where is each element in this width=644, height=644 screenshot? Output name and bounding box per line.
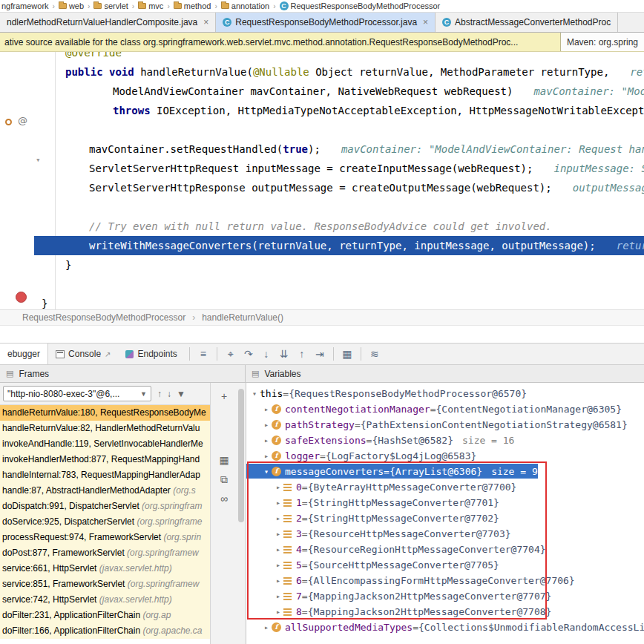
variable-row[interactable]: ▸4 = {ResourceRegionHttpMessageConverter…: [246, 541, 644, 556]
breadcrumb-item[interactable]: ngframework: [1, 1, 49, 10]
override-marker-icon[interactable]: [5, 119, 12, 125]
expander-icon[interactable]: ▸: [273, 526, 283, 541]
tab-label: RequestResponseBodyMethodProcessor.java: [235, 17, 417, 27]
breakpoint-execution-icon[interactable]: [16, 292, 27, 303]
frame-row[interactable]: invokeHandlerMethod:877, RequestMappingH…: [0, 452, 210, 467]
expander-icon[interactable]: ▸: [273, 510, 283, 525]
previous-frame-icon[interactable]: ↑: [157, 389, 162, 399]
layout-settings-icon[interactable]: ≋: [366, 348, 384, 360]
expander-icon[interactable]: ▸: [273, 588, 283, 603]
variable-row[interactable]: ▸fcontentNegotiationManager = {ContentNe…: [246, 401, 644, 416]
breadcrumb-item[interactable]: method: [174, 1, 211, 10]
frame-row[interactable]: service:661, HttpServlet (javax.servlet.…: [0, 561, 210, 576]
breadcrumb-method[interactable]: handleReturnValue(): [202, 312, 283, 323]
tab-close-icon[interactable]: ×: [203, 17, 208, 27]
frame-row[interactable]: handleReturnValue:180, RequestResponseBo…: [0, 405, 210, 421]
expander-icon[interactable]: ▸: [261, 620, 272, 634]
variable-row-content: ▸fallSupportedMediaTypes = {Collections$…: [246, 620, 644, 634]
frame-row[interactable]: doDispatch:991, DispatcherServlet (org.s…: [0, 499, 210, 514]
show-execution-point-icon[interactable]: ⌖: [222, 348, 240, 361]
thread-dropdown[interactable]: "http-nio-8080-exec-3"@6,... ▼: [3, 386, 151, 401]
evaluate-icon[interactable]: ∞: [211, 493, 237, 505]
frame-row[interactable]: doFilter:166, ApplicationFilterChain (or…: [0, 623, 210, 639]
variable-row[interactable]: ▾fmessageConverters = {ArrayList@6306}si…: [246, 463, 644, 479]
run-to-cursor-icon[interactable]: ⇥: [311, 348, 329, 360]
frame-row[interactable]: handleReturnValue:82, HandlerMethodRetur…: [0, 421, 210, 436]
hide-library-frames-icon[interactable]: ▼: [177, 389, 185, 399]
variable-row[interactable]: ▾this = {RequestResponseBodyMethodProces…: [246, 385, 644, 401]
variable-row[interactable]: ▸fallSupportedMediaTypes = {Collections$…: [246, 619, 644, 634]
frame-row[interactable]: service:742, HttpServlet (javax.servlet.…: [0, 592, 210, 608]
equals-sign: =: [355, 417, 361, 432]
expander-icon[interactable]: ▸: [273, 573, 283, 588]
editor-tab[interactable]: CAbstractMessageConverterMethodProc: [436, 13, 618, 32]
equals-sign: =: [302, 495, 308, 510]
frame-row[interactable]: doFilter:231, ApplicationFilterChain (or…: [0, 608, 210, 623]
breadcrumb-item[interactable]: web: [59, 1, 84, 10]
tab-endpoints[interactable]: Endpoints: [118, 344, 184, 364]
variable-row[interactable]: ▸5 = {SourceHttpMessageConverter@7705}: [246, 556, 644, 572]
variable-row[interactable]: ▸fpathStrategy = {PathExtensionContentNe…: [246, 416, 644, 432]
breadcrumb-label: ngframework: [1, 1, 49, 10]
frames-scrollbar[interactable]: [237, 383, 246, 644]
open-in-new-window-icon[interactable]: ↗: [105, 350, 111, 358]
breadcrumb-item[interactable]: annotation: [221, 1, 269, 10]
code-segment: public: [65, 66, 103, 78]
expander-icon[interactable]: ▾: [261, 464, 272, 479]
variable-row[interactable]: ▸6 = {AllEncompassingFormHttpMessageConv…: [246, 572, 644, 588]
breadcrumb-item[interactable]: CRequestResponseBodyMethodProcessor: [280, 1, 441, 10]
breadcrumb-class[interactable]: RequestResponseBodyMethodProcessor: [22, 312, 185, 323]
expander-icon[interactable]: ▸: [273, 542, 283, 556]
breadcrumb-item[interactable]: mvc: [138, 1, 163, 10]
expander-icon[interactable]: ▸: [273, 557, 283, 572]
frame-row[interactable]: doPost:877, FrameworkServlet (org.spring…: [0, 545, 210, 561]
expander-icon[interactable]: ▸: [261, 433, 272, 447]
variable-row[interactable]: ▸1 = {StringHttpMessageConverter@7701}: [246, 494, 644, 510]
tab-console[interactable]: Console ↗: [48, 344, 118, 364]
menu-icon[interactable]: ≡: [194, 348, 212, 360]
variable-row[interactable]: ▸7 = {MappingJackson2HttpMessageConverte…: [246, 588, 644, 603]
restore-layout-icon[interactable]: ▦: [211, 454, 237, 466]
step-into-icon[interactable]: ↓: [257, 348, 275, 360]
frame-row[interactable]: service:851, FrameworkServlet (org.sprin…: [0, 576, 210, 592]
variable-row[interactable]: ▸2 = {StringHttpMessageConverter@7702}: [246, 510, 644, 525]
variable-row[interactable]: ▸fsafeExtensions = {HashSet@6582}size = …: [246, 432, 644, 447]
frame-row[interactable]: doService:925, DispatcherServlet (org.sp…: [0, 514, 210, 530]
next-frame-icon[interactable]: ↓: [167, 389, 171, 399]
tab-debugger[interactable]: ebugger: [0, 344, 48, 364]
frame-row[interactable]: processRequest:974, FrameworkServlet (or…: [0, 530, 210, 545]
equals-sign: =: [302, 526, 308, 541]
variable-row[interactable]: ▸8 = {MappingJackson2HttpMessageConverte…: [246, 603, 644, 619]
expander-icon[interactable]: ▸: [273, 604, 283, 619]
variable-row[interactable]: ▸flogger = {LogFactory$Log4jLog@6583}: [246, 447, 644, 463]
frame-method: handleReturnValue:180, RequestResponseBo…: [2, 407, 206, 418]
expander-icon[interactable]: ▸: [273, 495, 283, 510]
expander-icon[interactable]: ▸: [261, 448, 272, 463]
editor-tab[interactable]: CRequestResponseBodyMethodProcessor.java…: [216, 13, 436, 32]
code-editor[interactable]: @ ▾ @Overridepublic void handleReturnVal…: [0, 52, 644, 309]
variable-row[interactable]: ▸0 = {ByteArrayHttpMessageConverter@7700…: [246, 479, 644, 494]
list-element-icon: [283, 546, 292, 553]
force-step-into-icon[interactable]: ⇊: [275, 348, 293, 360]
expander-icon[interactable]: ▸: [261, 417, 272, 432]
source-chooser-button[interactable]: Maven: org.spring: [560, 33, 644, 51]
breadcrumb-item[interactable]: servlet: [93, 1, 128, 10]
tab-close-icon[interactable]: ×: [423, 17, 428, 27]
expander-icon[interactable]: ▸: [273, 479, 283, 494]
variable-row[interactable]: ▸3 = {ResourceHttpMessageConverter@7703}: [246, 525, 644, 541]
step-over-icon[interactable]: ↷: [240, 348, 257, 360]
frame-row[interactable]: handle:87, AbstractHandlerMethodAdapter …: [0, 483, 210, 499]
copy-stack-icon[interactable]: ⧉: [211, 473, 237, 486]
folder-icon: [138, 3, 146, 9]
expander-icon[interactable]: ▸: [261, 401, 272, 416]
view-breakpoints-icon[interactable]: ▦: [338, 348, 356, 360]
variable-name: 3: [296, 526, 302, 541]
frame-row[interactable]: invokeAndHandle:119, ServletInvocableHan…: [0, 436, 210, 452]
step-out-icon[interactable]: ↑: [293, 348, 311, 360]
frame-row[interactable]: handleInternal:783, RequestMappingHandle…: [0, 467, 210, 483]
frame-method: service:742, HttpServlet: [2, 594, 99, 605]
add-watch-icon[interactable]: +: [211, 390, 237, 402]
editor-tab[interactable]: ndlerMethodReturnValueHandlerComposite.j…: [0, 13, 216, 32]
expander-icon[interactable]: ▾: [249, 386, 260, 401]
scrollbar-thumb[interactable]: [238, 389, 244, 522]
